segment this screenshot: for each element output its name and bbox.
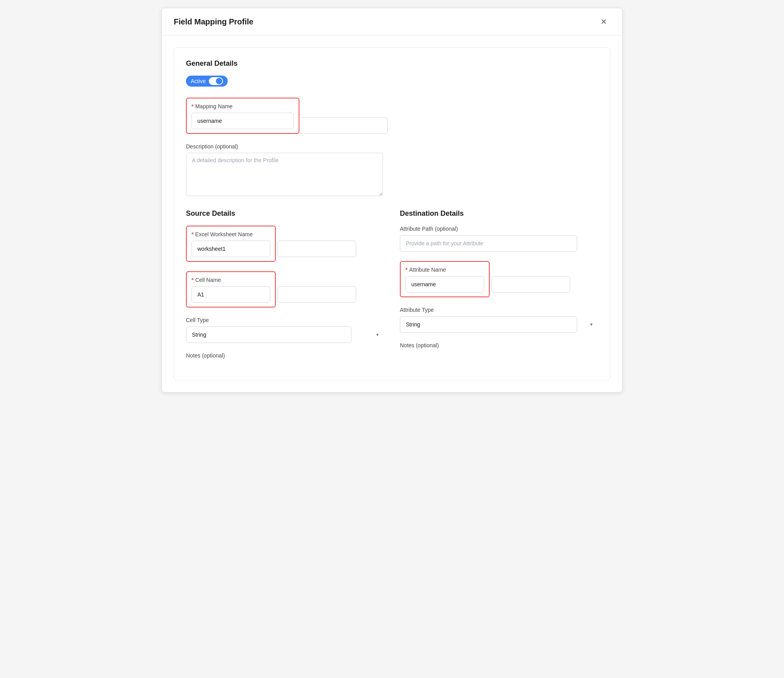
cell-type-chevron-icon: ▾: [376, 332, 379, 337]
excel-worksheet-input[interactable]: [191, 241, 270, 257]
modal-container: Field Mapping Profile ✕ General Details …: [162, 8, 622, 393]
mapping-name-red-border: * Mapping Name: [186, 98, 299, 134]
active-label: Active: [191, 78, 206, 84]
cell-type-group: Cell Type String Number Boolean Date ▾: [186, 317, 384, 343]
source-notes-label: Notes (optional): [186, 352, 384, 359]
destination-details-title: Destination Details: [400, 209, 598, 218]
cell-name-input-extra[interactable]: [277, 286, 356, 303]
mapping-name-input-extra[interactable]: [301, 117, 388, 134]
source-details-title: Source Details: [186, 209, 384, 218]
attribute-path-input[interactable]: [400, 235, 577, 252]
details-columns: Source Details * Excel Worksheet Name: [186, 209, 598, 368]
attribute-type-select[interactable]: String Number Boolean Date: [400, 316, 577, 333]
attribute-name-group: * Attribute Name: [400, 261, 598, 297]
cell-type-select[interactable]: String Number Boolean Date: [186, 326, 351, 343]
mapping-name-label: * Mapping Name: [191, 103, 294, 109]
destination-details-section: Destination Details Attribute Path (opti…: [400, 209, 598, 368]
general-details-title: General Details: [186, 59, 598, 68]
destination-notes-group: Notes (optional): [400, 342, 598, 348]
toggle-switch[interactable]: [209, 77, 223, 85]
cell-name-label: * Cell Name: [191, 277, 270, 283]
active-toggle-wrapper[interactable]: Active: [186, 76, 598, 87]
modal-body: General Details Active * Mapping Name: [162, 35, 622, 392]
attribute-name-label: * Attribute Name: [405, 267, 484, 273]
mapping-name-input[interactable]: [191, 113, 294, 129]
modal-header: Field Mapping Profile ✕: [162, 8, 622, 35]
attribute-path-label: Attribute Path (optional): [400, 226, 598, 232]
attribute-type-label: Attribute Type: [400, 307, 598, 313]
description-textarea[interactable]: [186, 153, 383, 196]
cell-name-red-border: * Cell Name: [186, 271, 276, 308]
attribute-type-chevron-icon: ▾: [590, 322, 593, 327]
cell-name-input[interactable]: [191, 286, 270, 303]
excel-worksheet-label: * Excel Worksheet Name: [191, 231, 270, 237]
attribute-name-red-border: * Attribute Name: [400, 261, 490, 297]
description-label: Description (optional): [186, 143, 598, 150]
source-details-section: Source Details * Excel Worksheet Name: [186, 209, 384, 368]
source-notes-group: Notes (optional): [186, 352, 384, 359]
modal-title: Field Mapping Profile: [174, 17, 253, 26]
cell-type-label: Cell Type: [186, 317, 384, 323]
excel-worksheet-group: * Excel Worksheet Name: [186, 226, 384, 262]
attribute-name-input[interactable]: [405, 276, 484, 293]
cell-name-group: * Cell Name: [186, 271, 384, 308]
close-button[interactable]: ✕: [597, 16, 610, 27]
destination-notes-label: Notes (optional): [400, 342, 598, 348]
form-card: General Details Active * Mapping Name: [174, 47, 610, 380]
excel-worksheet-red-border: * Excel Worksheet Name: [186, 226, 276, 262]
attribute-type-select-wrapper: String Number Boolean Date ▾: [400, 316, 598, 333]
cell-type-select-wrapper: String Number Boolean Date ▾: [186, 326, 384, 343]
mapping-name-group: * Mapping Name: [186, 98, 598, 134]
general-details-section: General Details Active * Mapping Name: [186, 59, 598, 198]
description-group: Description (optional): [186, 143, 598, 198]
attribute-type-group: Attribute Type String Number Boolean Dat…: [400, 307, 598, 333]
active-toggle[interactable]: Active: [186, 76, 228, 87]
attribute-name-input-extra[interactable]: [491, 276, 570, 293]
excel-worksheet-input-extra[interactable]: [277, 241, 356, 257]
attribute-path-group: Attribute Path (optional): [400, 226, 598, 252]
close-icon: ✕: [600, 17, 607, 26]
